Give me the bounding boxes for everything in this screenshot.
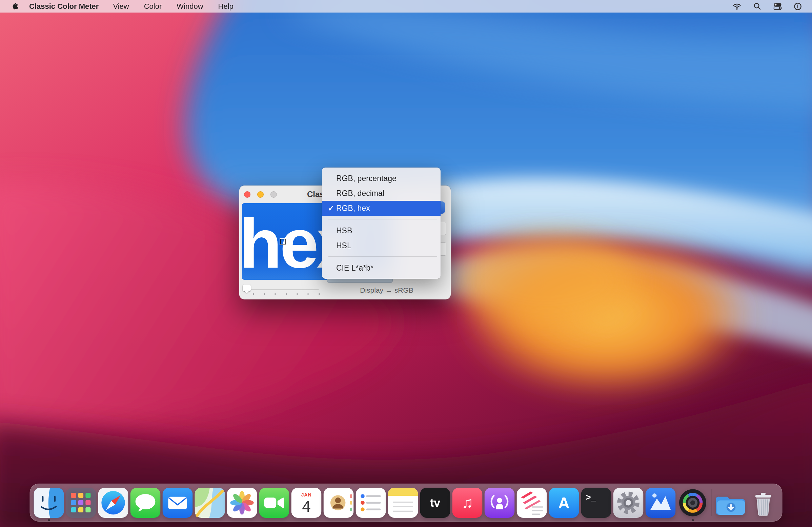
- dock-item-messages[interactable]: [130, 488, 161, 518]
- slider-tick: [296, 293, 298, 295]
- terminal-prompt: >_: [586, 493, 596, 502]
- desktop: Classic Color Meter View Color Window He…: [0, 0, 812, 527]
- system-preferences-icon: [613, 488, 643, 518]
- facetime-icon: [259, 488, 289, 518]
- blue-mountain-app-icon: [646, 488, 676, 518]
- downloads-folder-icon: [716, 488, 746, 518]
- finder-icon: [34, 488, 64, 518]
- dock-item-tv[interactable]: tv: [420, 488, 450, 518]
- menu-color[interactable]: Color: [144, 2, 162, 11]
- color-profile-status: Display → sRGB: [351, 286, 422, 294]
- calendar-icon: JAN 4: [291, 488, 322, 518]
- color-mode-popup-menu: RGB, percentage RGB, decimal ✓ RGB, hex …: [322, 168, 440, 279]
- menu-separator: [329, 256, 437, 257]
- music-note-glyph: ♫: [462, 494, 474, 511]
- running-indicator: [692, 519, 694, 521]
- trash-icon: [748, 488, 779, 518]
- classic-color-meter-icon: [678, 488, 708, 518]
- dock-item-mail[interactable]: [163, 488, 193, 518]
- menu-item-hsb[interactable]: HSB: [322, 223, 440, 238]
- messages-icon: [130, 488, 161, 518]
- menu-separator: [329, 219, 437, 219]
- window-bottom-bar: Display → sRGB: [239, 282, 451, 299]
- dock-item-facetime[interactable]: [259, 488, 289, 518]
- dock-item-blue-app[interactable]: [646, 488, 676, 518]
- app-store-icon: A: [549, 488, 579, 518]
- dock-item-safari[interactable]: [98, 488, 128, 518]
- menu-item-rgb-hex[interactable]: ✓ RGB, hex: [322, 201, 440, 216]
- slider-tick: [307, 293, 309, 295]
- zoom-slider-track[interactable]: [244, 289, 319, 290]
- menu-window[interactable]: Window: [177, 2, 203, 11]
- podcasts-icon: [484, 488, 515, 518]
- launchpad-icon: [66, 488, 96, 518]
- menu-item-cie-lab[interactable]: CIE L*a*b*: [322, 260, 440, 275]
- menu-item-hsl[interactable]: HSL: [322, 238, 440, 253]
- siri-icon[interactable]: [793, 2, 802, 11]
- safari-icon: [98, 488, 128, 518]
- close-button[interactable]: [244, 191, 250, 198]
- apple-icon: [11, 2, 18, 11]
- dock-item-classic-color-meter[interactable]: [678, 488, 708, 518]
- maps-icon: [195, 488, 225, 518]
- dock-item-photos[interactable]: [227, 488, 257, 518]
- dock-item-finder[interactable]: [34, 488, 64, 518]
- dock-item-app-store[interactable]: A: [549, 488, 579, 518]
- dock-item-terminal[interactable]: >_: [581, 488, 611, 518]
- aperture-indicator: [280, 239, 286, 244]
- dock-item-system-preferences[interactable]: [613, 488, 643, 518]
- dock-item-contacts[interactable]: [324, 488, 354, 518]
- menu-help[interactable]: Help: [218, 2, 233, 11]
- apple-menu[interactable]: [11, 2, 19, 11]
- dock-item-music[interactable]: ♫: [452, 488, 482, 518]
- terminal-icon: >_: [581, 488, 611, 518]
- app-menu-title[interactable]: Classic Color Meter: [29, 2, 99, 11]
- mail-icon: [163, 488, 193, 518]
- menu-item-rgb-percentage[interactable]: RGB, percentage: [322, 171, 440, 186]
- apple-tv-icon: tv: [420, 488, 450, 518]
- search-icon[interactable]: [752, 2, 762, 11]
- dock-item-downloads[interactable]: [716, 488, 746, 518]
- photos-icon: [227, 488, 257, 518]
- zoom-slider-thumb[interactable]: [243, 285, 251, 291]
- control-center-icon[interactable]: [773, 2, 782, 11]
- menu-bar: Classic Color Meter View Color Window He…: [0, 0, 812, 13]
- dock-item-launchpad[interactable]: [66, 488, 96, 518]
- dock-item-calendar[interactable]: JAN 4: [291, 488, 322, 518]
- wifi-icon[interactable]: [732, 2, 741, 11]
- dock-item-trash[interactable]: [748, 488, 779, 518]
- dock-item-news[interactable]: [517, 488, 547, 518]
- tv-label: tv: [430, 496, 440, 509]
- slider-tick: [275, 293, 276, 295]
- notes-icon: [388, 488, 418, 518]
- slider-tick: [264, 293, 265, 295]
- slider-tick: [286, 293, 287, 295]
- dock-item-notes[interactable]: [388, 488, 418, 518]
- slider-tick: [319, 293, 320, 295]
- calendar-month: JAN: [301, 492, 311, 497]
- menu-view[interactable]: View: [113, 2, 129, 11]
- app-store-letter: A: [558, 494, 569, 511]
- dock-item-podcasts[interactable]: [484, 488, 515, 518]
- calendar-day: 4: [302, 498, 311, 515]
- checkmark-icon: ✓: [327, 201, 335, 216]
- news-icon: [517, 488, 547, 518]
- dock-item-maps[interactable]: [195, 488, 225, 518]
- zoom-button[interactable]: [271, 191, 277, 198]
- running-indicator: [48, 519, 50, 521]
- reminders-icon: [356, 488, 386, 518]
- dock: JAN 4: [30, 484, 783, 522]
- contacts-icon: [324, 488, 354, 518]
- music-icon: ♫: [452, 488, 482, 518]
- dock-item-reminders[interactable]: [356, 488, 386, 518]
- slider-tick: [253, 293, 254, 295]
- minimize-button[interactable]: [257, 191, 264, 198]
- menu-item-rgb-decimal[interactable]: RGB, decimal: [322, 186, 440, 201]
- dock-divider: [712, 489, 712, 516]
